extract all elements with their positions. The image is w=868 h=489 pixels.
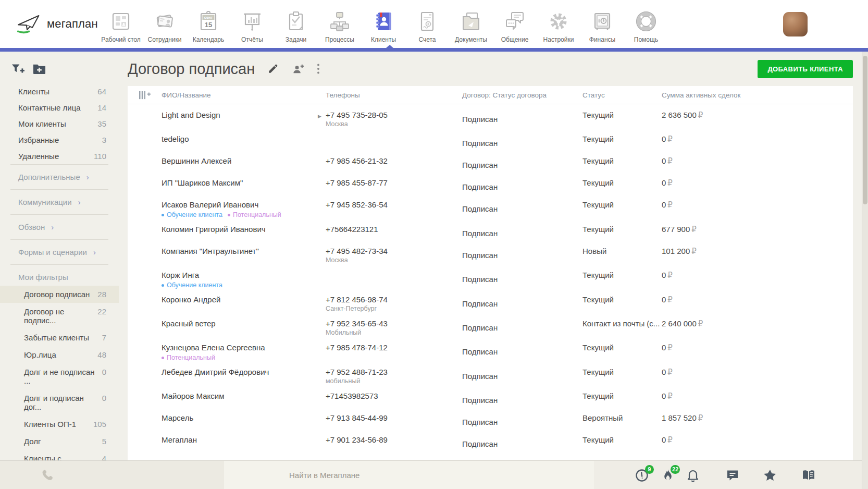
sidebar-filter-debt-not-signed[interactable]: Долг и не подписан ... 0 [0, 363, 119, 389]
client-phone[interactable]: +7 812 456-98-74 [326, 295, 388, 304]
nav-item-communication[interactable]: Общение [493, 5, 537, 43]
add-person-icon[interactable] [291, 64, 304, 75]
client-row[interactable]: Лебедев Дмитрий Фёдорович+7 952 488-71-2… [128, 361, 853, 385]
client-phone[interactable]: +7 952 345-65-43 [326, 319, 388, 328]
client-name[interactable]: Light and Design [162, 110, 326, 120]
client-row[interactable]: Корж ИнгаОбучение клиентаПодписанТекущий… [128, 264, 853, 289]
client-row[interactable]: Вершинин Алексей+7 985 456-21-32Подписан… [128, 150, 853, 172]
client-row[interactable]: Компания "Интраультинет"+7 495 482-73-34… [128, 240, 853, 264]
client-name[interactable]: Коломин Григорий Иванович [162, 224, 326, 234]
expand-phones-icon[interactable]: ▶ [318, 112, 321, 121]
client-name[interactable]: Кузнецова Елена Сергеевна [162, 343, 326, 352]
sidebar-section-calls[interactable]: Обзвон› [10, 214, 108, 239]
knowledge-base-book-icon[interactable] [801, 468, 816, 483]
client-row[interactable]: Исаков Валерий ИвановичОбучение клиентаП… [128, 194, 853, 218]
client-row[interactable]: ИП "Шариков Максим"+7 985 455-87-77Подпи… [128, 172, 853, 194]
sidebar-filter-legal-entities[interactable]: Юр.лица 48 [0, 346, 119, 363]
nav-item-finance[interactable]: Финансы [580, 5, 624, 43]
client-name[interactable]: Коронко Андрей [162, 295, 326, 304]
scrollbar-thumb[interactable] [863, 56, 867, 204]
client-row[interactable]: Красный ветер+7 952 345-65-43МобильныйПо… [128, 313, 853, 337]
client-name[interactable]: Исаков Валерий Иванович [162, 200, 326, 210]
client-row[interactable]: Мегаплан+7 901 234-56-89ПодписанТекущий0… [128, 429, 853, 451]
nav-item-clients[interactable]: Клиенты [362, 5, 405, 43]
edit-filter-pencil-icon[interactable] [267, 63, 279, 75]
client-phone[interactable]: +7 985 478-74-12 [326, 343, 388, 352]
sidebar-item-clients[interactable]: Клиенты 64 [0, 83, 119, 100]
amount-cell: 0₽ [662, 391, 853, 407]
client-row[interactable]: Коломин Григорий Иванович+75664223121Под… [128, 218, 853, 240]
client-name[interactable]: Марсель [162, 413, 326, 423]
column-header-contract[interactable]: Договор: Статус договора [462, 91, 582, 99]
nav-item-reports[interactable]: Отчёты [230, 5, 274, 43]
client-row[interactable]: Кузнецова Елена СергеевнаПотенциальный+7… [128, 337, 853, 361]
client-phone[interactable]: +7 985 455-87-77 [326, 178, 388, 187]
client-name[interactable]: Лебедев Дмитрий Фёдорович [162, 367, 326, 377]
column-header-amount[interactable]: Сумма активных сделок [662, 91, 853, 99]
user-avatar[interactable] [783, 12, 808, 36]
sidebar-filter-contract-not-signed[interactable]: Договор не подпис... 22 [0, 303, 119, 329]
add-folder-icon[interactable] [33, 63, 46, 77]
client-phone[interactable]: +7 495 482-73-34 [326, 247, 388, 255]
messages-chat-icon[interactable] [725, 468, 740, 483]
sidebar-filter-debt-signed[interactable]: Долг и подписан дог... 0 [0, 389, 119, 415]
alerts-icon[interactable]: 9 [635, 468, 649, 483]
nav-item-settings[interactable]: Настройки [537, 5, 580, 43]
nav-item-calendar[interactable]: сент15 Календарь [187, 5, 230, 43]
nav-item-desktop[interactable]: Рабочий стол [99, 5, 143, 43]
client-phone[interactable]: +75664223121 [326, 225, 378, 234]
notifications-bell-icon[interactable] [686, 468, 700, 483]
sidebar-main-list: Клиенты 64 Контактные лица 14 Мои клиент… [0, 83, 119, 164]
nav-item-invoices[interactable]: Счета [405, 5, 449, 43]
nav-item-documents[interactable]: Документы [449, 5, 493, 43]
column-header-name[interactable]: ФИО/Название [162, 91, 326, 99]
column-header-phones[interactable]: Телефоны [326, 91, 462, 99]
client-row[interactable]: tedeligoПодписанТекущий0₽ [128, 128, 853, 150]
column-settings-icon[interactable] [138, 90, 151, 101]
phone-icon[interactable] [41, 468, 55, 482]
hot-tasks-flame-icon[interactable]: 22 [661, 468, 675, 483]
vertical-scrollbar[interactable] [862, 52, 868, 489]
nav-item-processes[interactable]: Процессы [318, 5, 362, 43]
client-name[interactable]: Мегаплан [162, 435, 326, 445]
sidebar-filter-clients-op1[interactable]: Клиенты ОП-1 105 [0, 415, 119, 433]
add-filter-icon[interactable] [11, 63, 24, 77]
nav-item-tasks[interactable]: Задачи [274, 5, 318, 43]
client-phone[interactable]: +7 952 488-71-23 [326, 368, 388, 376]
favorites-star-icon[interactable] [763, 468, 777, 483]
sidebar-filter-debt[interactable]: Долг 5 [0, 433, 119, 450]
global-search-input[interactable] [224, 461, 594, 489]
nav-item-help[interactable]: Помощь [624, 5, 668, 43]
client-row[interactable]: Light and Design▶+7 495 735-28-05МоскваП… [128, 104, 853, 128]
client-name[interactable]: Корж Инга [162, 270, 326, 280]
client-phone[interactable]: +7 913 845-44-99 [326, 413, 388, 422]
megaplan-logo[interactable]: мегаплан [15, 12, 99, 36]
sidebar-section-additional[interactable]: Дополнительные› [10, 164, 108, 189]
sidebar-section-communications[interactable]: Коммуникации› [10, 189, 108, 214]
client-phone[interactable]: +7 985 456-21-32 [326, 156, 388, 165]
client-name[interactable]: Майоров Максим [162, 391, 326, 401]
sidebar-item-contact-persons[interactable]: Контактные лица 14 [0, 100, 119, 116]
client-row[interactable]: Марсель+7 913 845-44-99ПодписанВероятный… [128, 407, 853, 429]
client-phone[interactable]: +7 901 234-56-89 [326, 435, 388, 444]
client-name[interactable]: tedeligo [162, 134, 326, 144]
add-client-button[interactable]: ДОБАВИТЬ КЛИЕНТА [758, 60, 853, 78]
client-name[interactable]: Вершинин Алексей [162, 156, 326, 166]
client-row[interactable]: Коронко Андрей+7 812 456-98-74Санкт-Пете… [128, 289, 853, 313]
more-options-kebab-icon[interactable] [317, 64, 320, 74]
sidebar-filter-forgotten-clients[interactable]: Забытые клиенты 7 [0, 329, 119, 346]
nav-item-employees[interactable]: Сотрудники [143, 5, 187, 43]
sidebar-item-my-clients[interactable]: Мои клиенты 35 [0, 116, 119, 132]
column-header-status[interactable]: Статус [582, 91, 662, 99]
client-row[interactable]: Майоров Максим+71453982573ПодписанТекущи… [128, 385, 853, 407]
client-name[interactable]: Красный ветер [162, 319, 326, 328]
client-name[interactable]: ИП "Шариков Максим" [162, 178, 326, 188]
sidebar-item-favorites[interactable]: Избранные 3 [0, 132, 119, 148]
sidebar-section-forms-scenarios[interactable]: Формы и сценарии› [10, 239, 108, 264]
sidebar-item-deleted[interactable]: Удаленные 110 [0, 148, 119, 164]
client-phone[interactable]: +7 495 735-28-05 [326, 111, 388, 119]
client-name[interactable]: Компания "Интраультинет" [162, 246, 326, 256]
client-phone[interactable]: +7 945 852-36-54 [326, 200, 388, 209]
sidebar-filter-contract-signed[interactable]: Договор подписан 28 [0, 286, 119, 303]
client-phone[interactable]: +71453982573 [326, 392, 378, 400]
